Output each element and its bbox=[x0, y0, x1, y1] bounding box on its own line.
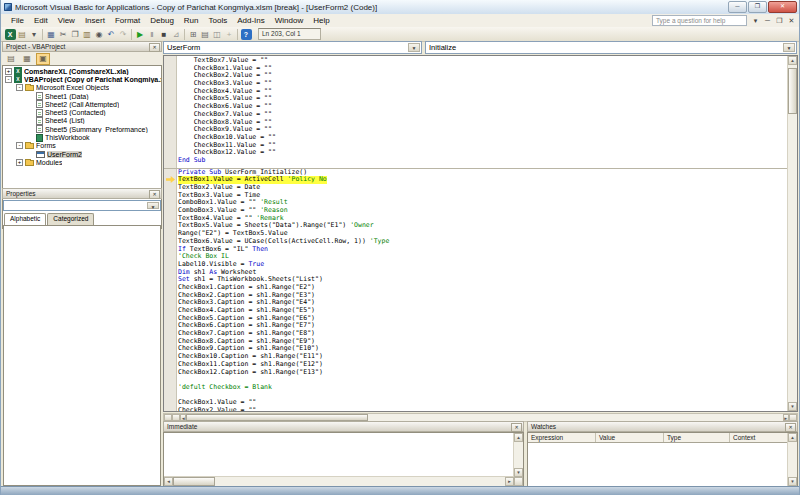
chevron-down-icon[interactable]: ▼ bbox=[783, 43, 795, 52]
expander-collapsed-icon[interactable]: + bbox=[5, 68, 12, 75]
mdi-close-button[interactable]: ✕ bbox=[787, 17, 796, 25]
reset-icon[interactable]: ■ bbox=[159, 29, 170, 40]
chevron-down-icon[interactable]: ▼ bbox=[408, 43, 420, 52]
watches-vertical-scrollbar[interactable]: ▲ ▼ bbox=[787, 433, 797, 486]
procedure-dropdown[interactable]: Initialize ▼ bbox=[425, 41, 797, 54]
menu-item-window[interactable]: Window bbox=[270, 16, 308, 25]
scrollbar-track[interactable] bbox=[368, 414, 782, 421]
mdi-minimize-button[interactable]: ─ bbox=[763, 17, 772, 24]
tree-item-sheet1-data[interactable]: Sheet1 (Data) bbox=[3, 92, 161, 100]
scroll-up-icon[interactable]: ▲ bbox=[788, 56, 797, 65]
tab-categorized[interactable]: Categorized bbox=[47, 213, 94, 225]
scrollbar-thumb[interactable] bbox=[173, 477, 215, 486]
redo-icon[interactable]: ↷ bbox=[118, 29, 129, 40]
menu-item-tools[interactable]: Tools bbox=[204, 16, 233, 25]
run-icon[interactable]: ▶ bbox=[135, 29, 146, 40]
tree-item-sheet3-contacted[interactable]: Sheet3 (Contacted) bbox=[3, 108, 161, 116]
toolbar-separator bbox=[42, 29, 43, 40]
scroll-down-icon[interactable]: ▼ bbox=[788, 402, 797, 411]
tree-item-thisworkbook[interactable]: ThisWorkbook bbox=[3, 133, 161, 141]
find-icon[interactable]: ◉ bbox=[94, 29, 105, 40]
menu-item-add-ins[interactable]: Add-Ins bbox=[232, 16, 270, 25]
view-code-icon[interactable]: ▤ bbox=[4, 53, 18, 65]
view-object-icon[interactable]: ▦ bbox=[20, 53, 34, 65]
watches-close-icon[interactable]: ✕ bbox=[785, 423, 796, 432]
scroll-right-icon[interactable]: ► bbox=[505, 477, 514, 486]
object-dropdown[interactable]: UserForm ▼ bbox=[163, 41, 422, 54]
tree-item-sheet2-call-attempted[interactable]: Sheet2 (Call Attempted) bbox=[3, 100, 161, 108]
immediate-horizontal-scrollbar[interactable]: ◄ ► bbox=[164, 476, 514, 486]
minimize-button[interactable]: ─ bbox=[728, 1, 747, 13]
properties-window-icon[interactable]: ▤ bbox=[200, 29, 211, 40]
cut-icon[interactable]: ✂ bbox=[58, 29, 69, 40]
immediate-content[interactable]: ▲ ▼ ◄ ► bbox=[163, 432, 524, 487]
toolbar-separator bbox=[131, 29, 132, 40]
close-button[interactable]: ✕ bbox=[768, 1, 797, 13]
properties-object-combobox[interactable]: ▼ bbox=[3, 200, 161, 211]
scroll-left-icon[interactable]: ◄ bbox=[164, 477, 173, 486]
menu-item-file[interactable]: File bbox=[6, 16, 29, 25]
tree-item-forms[interactable]: -Forms bbox=[3, 142, 161, 150]
procedure-view-button[interactable] bbox=[164, 414, 172, 421]
chevron-down-icon[interactable]: ▼ bbox=[147, 202, 159, 209]
tree-item-label: Modules bbox=[36, 159, 62, 166]
tree-item-modules[interactable]: +Modules bbox=[3, 158, 161, 166]
dropdown-arrow-icon[interactable]: ▾ bbox=[29, 29, 40, 40]
properties-list[interactable] bbox=[3, 225, 161, 486]
mdi-restore-button[interactable]: ❐ bbox=[775, 17, 784, 25]
code-line-text: 'defult Checkbox = Blank bbox=[178, 384, 272, 392]
code-vertical-scrollbar[interactable]: ▲ ▼ bbox=[787, 56, 797, 411]
save-icon[interactable]: ▦ bbox=[46, 29, 57, 40]
watches-content[interactable]: ExpressionValueTypeContext ▲ ▼ bbox=[527, 432, 798, 487]
menu-item-run[interactable]: Run bbox=[179, 16, 204, 25]
tree-item-sheet4-list[interactable]: Sheet4 (List) bbox=[3, 117, 161, 125]
design-mode-icon[interactable]: ⊿ bbox=[171, 29, 182, 40]
properties-close-icon[interactable]: ✕ bbox=[149, 190, 160, 199]
toolbar-options-icon[interactable]: ▾ bbox=[751, 17, 760, 25]
code-editor[interactable]: TextBox7.Value = "" CheckBox1.Value = ""… bbox=[163, 55, 798, 412]
code-line: 'defult Checkbox = Blank bbox=[178, 384, 787, 392]
tree-item-sheet5-summary-preformance[interactable]: Sheet5 (Summary_Preformance) bbox=[3, 125, 161, 133]
code-line-text: CheckBox12.Caption = sh1.Range("E13") bbox=[178, 369, 323, 377]
tree-item-label: Sheet2 (Call Attempted) bbox=[45, 101, 119, 108]
scroll-down-icon[interactable]: ▼ bbox=[514, 468, 523, 477]
insert-userform-icon[interactable]: ▤ bbox=[17, 29, 28, 40]
tree-item-vbaproject-copy-of-parichat-kongmiya-xlsm[interactable]: -VBAProject (Copy of Parichat Kongmiya.x… bbox=[3, 75, 161, 83]
help-search-input[interactable]: Type a question for help bbox=[652, 15, 747, 26]
copy-icon[interactable]: ❐ bbox=[70, 29, 81, 40]
scrollbar-track[interactable] bbox=[215, 477, 505, 486]
tree-item-userform2[interactable]: UserForm2 bbox=[3, 150, 161, 158]
object-browser-icon[interactable]: ◫ bbox=[212, 29, 223, 40]
immediate-vertical-scrollbar[interactable]: ▲ ▼ bbox=[513, 433, 523, 486]
toggle-folders-icon[interactable]: ▣ bbox=[36, 53, 50, 65]
tree-item-comsharexl-comsharexl-xla[interactable]: +ComshareXL (ComshareXL.xla) bbox=[3, 67, 161, 75]
scrollbar-thumb[interactable] bbox=[788, 68, 797, 114]
paste-icon[interactable]: ▥ bbox=[82, 29, 93, 40]
break-icon[interactable]: ‖ bbox=[147, 29, 158, 40]
scroll-up-icon[interactable]: ▲ bbox=[514, 433, 523, 442]
expander-expanded-icon[interactable]: - bbox=[5, 76, 12, 83]
expander-expanded-icon[interactable]: - bbox=[16, 84, 23, 91]
project-explorer-icon[interactable]: ⊞ bbox=[188, 29, 199, 40]
immediate-close-icon[interactable]: ✕ bbox=[511, 423, 522, 432]
view-excel-icon[interactable]: X bbox=[5, 29, 16, 40]
menu-item-insert[interactable]: Insert bbox=[80, 16, 110, 25]
tree-item-microsoft-excel-objects[interactable]: -Microsoft Excel Objects bbox=[3, 84, 161, 92]
project-close-icon[interactable]: ✕ bbox=[149, 43, 160, 52]
full-module-view-button[interactable] bbox=[172, 414, 180, 421]
menu-item-edit[interactable]: Edit bbox=[29, 16, 53, 25]
undo-icon[interactable]: ↶ bbox=[106, 29, 117, 40]
menu-item-debug[interactable]: Debug bbox=[145, 16, 179, 25]
toolbox-icon[interactable]: + bbox=[224, 29, 235, 40]
help-icon[interactable]: ? bbox=[241, 29, 252, 40]
menu-item-help[interactable]: Help bbox=[308, 16, 334, 25]
expander-collapsed-icon[interactable]: + bbox=[16, 159, 23, 166]
menu-item-view[interactable]: View bbox=[53, 16, 80, 25]
maximize-button[interactable]: ❐ bbox=[748, 1, 767, 13]
scroll-down-icon[interactable]: ▼ bbox=[788, 477, 797, 486]
menu-item-format[interactable]: Format bbox=[110, 16, 145, 25]
expander-expanded-icon[interactable]: - bbox=[16, 142, 23, 149]
scroll-up-icon[interactable]: ▲ bbox=[788, 433, 797, 442]
scrollbar-thumb[interactable] bbox=[186, 414, 368, 421]
tab-alphabetic[interactable]: Alphabetic bbox=[4, 213, 46, 225]
